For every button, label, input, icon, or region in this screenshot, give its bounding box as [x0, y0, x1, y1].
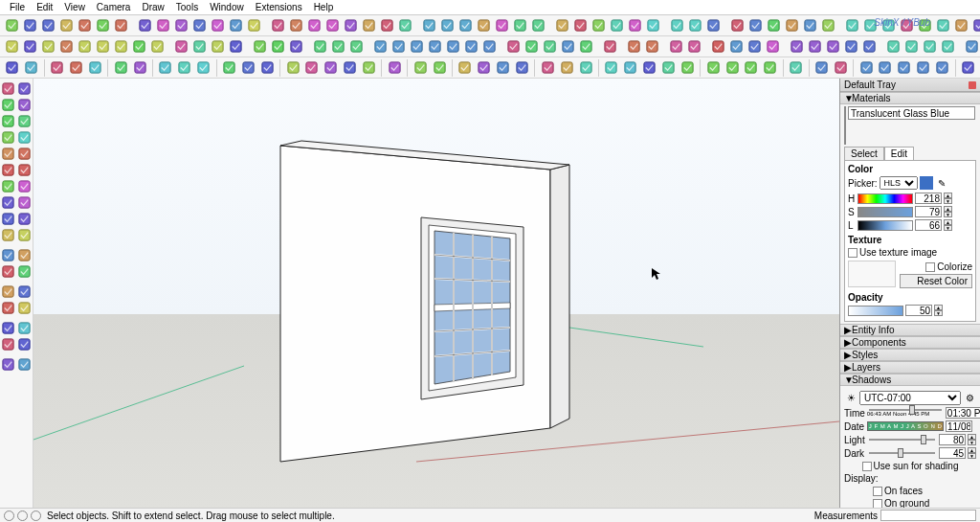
- date-value[interactable]: [946, 420, 972, 432]
- panel-entity-info-header[interactable]: ▶Entity Info: [840, 324, 980, 336]
- book-icon[interactable]: [832, 58, 849, 77]
- push-tool[interactable]: [16, 178, 33, 194]
- menu-camera[interactable]: Camera: [91, 0, 137, 14]
- open-icon[interactable]: [23, 58, 40, 77]
- status-person-icon[interactable]: [31, 511, 41, 521]
- box3-icon[interactable]: [457, 16, 474, 34]
- sq-icon[interactable]: [284, 58, 301, 77]
- cube-back-icon[interactable]: [40, 16, 56, 34]
- cone-icon[interactable]: [560, 37, 576, 56]
- cube-iso-icon[interactable]: [4, 16, 20, 34]
- eyedropper-icon[interactable]: ✎: [935, 176, 948, 190]
- cube-front-icon[interactable]: [22, 16, 38, 34]
- boxes2-icon[interactable]: [512, 16, 528, 34]
- lasso-icon[interactable]: [86, 58, 103, 77]
- v1-icon[interactable]: [704, 58, 722, 77]
- polygon-tool[interactable]: [0, 146, 16, 162]
- hex-icon[interactable]: [342, 58, 359, 77]
- plane-icon[interactable]: [239, 58, 256, 77]
- red3-icon[interactable]: [113, 37, 129, 56]
- weld-icon[interactable]: [173, 16, 189, 34]
- menu-extensions[interactable]: Extensions: [250, 0, 308, 14]
- boxes3-icon[interactable]: [530, 16, 546, 34]
- menu-edit[interactable]: Edit: [31, 0, 58, 14]
- measure-icon[interactable]: [412, 58, 429, 77]
- arc-tool[interactable]: [16, 146, 33, 162]
- orbit-tool[interactable]: [0, 284, 16, 300]
- boxes-icon[interactable]: [494, 16, 510, 34]
- new-icon[interactable]: [4, 58, 21, 77]
- swap-icon[interactable]: [173, 37, 189, 56]
- rot-icon[interactable]: [210, 37, 226, 56]
- follow2-tool[interactable]: [0, 227, 16, 243]
- look2-tool[interactable]: [16, 320, 33, 336]
- tube-icon[interactable]: [578, 37, 594, 56]
- gem-icon[interactable]: [602, 37, 618, 56]
- b1-icon[interactable]: [372, 37, 389, 56]
- poly-icon[interactable]: [361, 58, 378, 77]
- slab-icon[interactable]: [645, 16, 661, 34]
- menu-help[interactable]: Help: [308, 0, 340, 14]
- render-icon[interactable]: [622, 58, 639, 77]
- material-swatch[interactable]: [844, 106, 846, 145]
- axes-tool[interactable]: [16, 263, 33, 280]
- shadows-settings-icon[interactable]: ⚙: [963, 392, 976, 405]
- b4-icon[interactable]: [427, 37, 443, 56]
- paint-tool[interactable]: [16, 97, 33, 113]
- walk2-tool[interactable]: [0, 320, 16, 336]
- offset-icon[interactable]: [191, 16, 208, 34]
- arc2-tool[interactable]: [0, 162, 16, 178]
- cyan-icon[interactable]: [77, 37, 93, 56]
- tab-edit[interactable]: Edit: [884, 147, 914, 160]
- sphere-r-icon[interactable]: [542, 37, 558, 56]
- cube-left-icon[interactable]: [58, 16, 75, 34]
- paint2-icon[interactable]: [330, 37, 346, 56]
- v4-icon[interactable]: [762, 58, 779, 77]
- sat-slider[interactable]: [858, 207, 913, 217]
- panel-icon[interactable]: [679, 58, 696, 77]
- export-icon[interactable]: [788, 58, 805, 77]
- offset2-tool[interactable]: [0, 194, 16, 211]
- dark-spinner[interactable]: ▲▼: [968, 447, 976, 459]
- gear-b-icon[interactable]: [861, 37, 878, 56]
- door-icon[interactable]: [609, 16, 625, 34]
- orange-icon[interactable]: [22, 37, 38, 56]
- b2-icon[interactable]: [390, 37, 407, 56]
- protractor-tool[interactable]: [0, 263, 16, 280]
- box-stack-icon[interactable]: [476, 16, 492, 34]
- select-icon[interactable]: [49, 58, 66, 77]
- zoom-tool[interactable]: [0, 300, 16, 316]
- bulb-icon[interactable]: [959, 58, 976, 77]
- batch-icon[interactable]: [660, 58, 678, 77]
- cube-bottom-icon[interactable]: [113, 16, 129, 34]
- stop-icon[interactable]: [953, 16, 969, 34]
- eraser-tool[interactable]: [16, 80, 33, 97]
- section2-icon[interactable]: [258, 58, 276, 77]
- cart-icon[interactable]: [813, 58, 830, 77]
- rotate-tool[interactable]: [0, 211, 16, 227]
- color-preview-icon[interactable]: [920, 176, 933, 190]
- line-tool[interactable]: [0, 113, 16, 129]
- scale2-icon[interactable]: [228, 37, 244, 56]
- panel-components-header[interactable]: ▶Components: [840, 336, 980, 349]
- time-value[interactable]: [946, 407, 980, 419]
- pan-tool[interactable]: [16, 284, 33, 300]
- colorize-checkbox[interactable]: [925, 262, 935, 272]
- tab-select[interactable]: Select: [844, 147, 884, 160]
- timezone-select[interactable]: UTC-07:00: [859, 391, 961, 405]
- menu-draw[interactable]: Draw: [136, 0, 169, 14]
- reset-color-button[interactable]: Reset Color: [900, 274, 972, 288]
- red1-icon[interactable]: [4, 37, 20, 56]
- sat-value[interactable]: [915, 206, 942, 217]
- panel-materials-header[interactable]: ▼Materials: [840, 92, 980, 104]
- group-icon[interactable]: [457, 58, 474, 77]
- hue-slider[interactable]: [858, 193, 913, 204]
- arc-a-icon[interactable]: [306, 16, 323, 34]
- light-spinner[interactable]: ▲▼: [968, 434, 976, 445]
- slope1-icon[interactable]: [668, 37, 684, 56]
- grid-icon[interactable]: [246, 16, 262, 34]
- lum-spinner[interactable]: ▲▼: [944, 219, 952, 231]
- nav1-icon[interactable]: [626, 37, 642, 56]
- picker-mode-select[interactable]: HLS: [880, 176, 918, 190]
- dim-icon[interactable]: [431, 58, 448, 77]
